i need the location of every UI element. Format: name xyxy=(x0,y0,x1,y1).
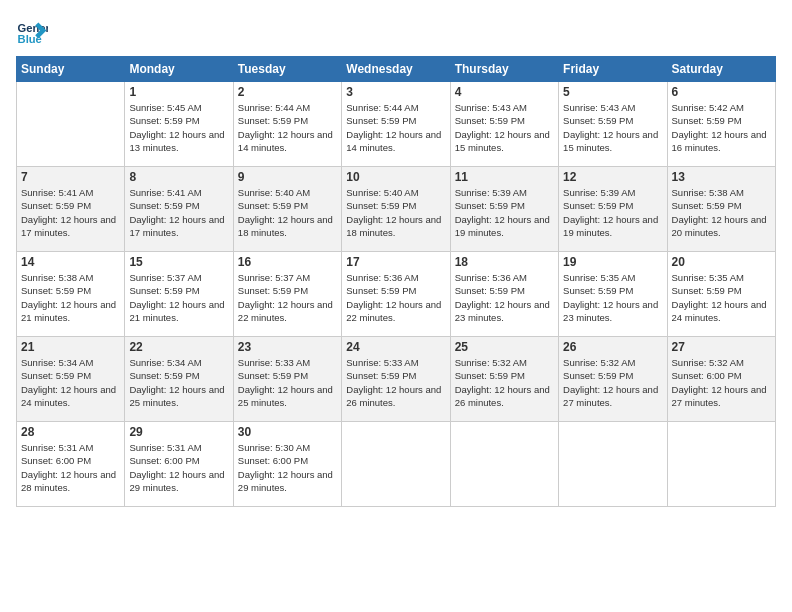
day-info: Sunrise: 5:39 AM Sunset: 5:59 PM Dayligh… xyxy=(455,186,554,239)
day-info: Sunrise: 5:44 AM Sunset: 5:59 PM Dayligh… xyxy=(346,101,445,154)
calendar-cell xyxy=(667,422,775,507)
calendar-cell: 9Sunrise: 5:40 AM Sunset: 5:59 PM Daylig… xyxy=(233,167,341,252)
calendar-cell xyxy=(559,422,667,507)
day-info: Sunrise: 5:33 AM Sunset: 5:59 PM Dayligh… xyxy=(346,356,445,409)
day-info: Sunrise: 5:35 AM Sunset: 5:59 PM Dayligh… xyxy=(563,271,662,324)
header-day-thursday: Thursday xyxy=(450,57,558,82)
day-info: Sunrise: 5:37 AM Sunset: 5:59 PM Dayligh… xyxy=(238,271,337,324)
calendar-cell: 3Sunrise: 5:44 AM Sunset: 5:59 PM Daylig… xyxy=(342,82,450,167)
header-day-monday: Monday xyxy=(125,57,233,82)
calendar-cell: 24Sunrise: 5:33 AM Sunset: 5:59 PM Dayli… xyxy=(342,337,450,422)
calendar-cell xyxy=(450,422,558,507)
calendar-cell: 17Sunrise: 5:36 AM Sunset: 5:59 PM Dayli… xyxy=(342,252,450,337)
day-number: 16 xyxy=(238,255,337,269)
day-number: 19 xyxy=(563,255,662,269)
day-info: Sunrise: 5:44 AM Sunset: 5:59 PM Dayligh… xyxy=(238,101,337,154)
day-number: 6 xyxy=(672,85,771,99)
day-info: Sunrise: 5:30 AM Sunset: 6:00 PM Dayligh… xyxy=(238,441,337,494)
day-number: 22 xyxy=(129,340,228,354)
day-number: 10 xyxy=(346,170,445,184)
day-number: 14 xyxy=(21,255,120,269)
logo-icon: General Blue xyxy=(16,16,48,48)
day-number: 3 xyxy=(346,85,445,99)
day-number: 9 xyxy=(238,170,337,184)
calendar-table: SundayMondayTuesdayWednesdayThursdayFrid… xyxy=(16,56,776,507)
calendar-cell: 5Sunrise: 5:43 AM Sunset: 5:59 PM Daylig… xyxy=(559,82,667,167)
day-info: Sunrise: 5:34 AM Sunset: 5:59 PM Dayligh… xyxy=(129,356,228,409)
day-info: Sunrise: 5:41 AM Sunset: 5:59 PM Dayligh… xyxy=(21,186,120,239)
day-number: 26 xyxy=(563,340,662,354)
calendar-cell: 7Sunrise: 5:41 AM Sunset: 5:59 PM Daylig… xyxy=(17,167,125,252)
day-info: Sunrise: 5:38 AM Sunset: 5:59 PM Dayligh… xyxy=(21,271,120,324)
calendar-cell: 25Sunrise: 5:32 AM Sunset: 5:59 PM Dayli… xyxy=(450,337,558,422)
day-number: 29 xyxy=(129,425,228,439)
week-row-5: 28Sunrise: 5:31 AM Sunset: 6:00 PM Dayli… xyxy=(17,422,776,507)
day-number: 17 xyxy=(346,255,445,269)
calendar-cell: 30Sunrise: 5:30 AM Sunset: 6:00 PM Dayli… xyxy=(233,422,341,507)
day-info: Sunrise: 5:32 AM Sunset: 6:00 PM Dayligh… xyxy=(672,356,771,409)
day-info: Sunrise: 5:40 AM Sunset: 5:59 PM Dayligh… xyxy=(238,186,337,239)
calendar-cell: 23Sunrise: 5:33 AM Sunset: 5:59 PM Dayli… xyxy=(233,337,341,422)
day-info: Sunrise: 5:36 AM Sunset: 5:59 PM Dayligh… xyxy=(346,271,445,324)
week-row-3: 14Sunrise: 5:38 AM Sunset: 5:59 PM Dayli… xyxy=(17,252,776,337)
calendar-cell: 13Sunrise: 5:38 AM Sunset: 5:59 PM Dayli… xyxy=(667,167,775,252)
day-info: Sunrise: 5:40 AM Sunset: 5:59 PM Dayligh… xyxy=(346,186,445,239)
day-number: 18 xyxy=(455,255,554,269)
day-number: 2 xyxy=(238,85,337,99)
calendar-cell xyxy=(342,422,450,507)
header-day-tuesday: Tuesday xyxy=(233,57,341,82)
header-day-wednesday: Wednesday xyxy=(342,57,450,82)
calendar-cell: 1Sunrise: 5:45 AM Sunset: 5:59 PM Daylig… xyxy=(125,82,233,167)
calendar-cell: 20Sunrise: 5:35 AM Sunset: 5:59 PM Dayli… xyxy=(667,252,775,337)
calendar-cell: 29Sunrise: 5:31 AM Sunset: 6:00 PM Dayli… xyxy=(125,422,233,507)
day-info: Sunrise: 5:43 AM Sunset: 5:59 PM Dayligh… xyxy=(455,101,554,154)
calendar-cell: 28Sunrise: 5:31 AM Sunset: 6:00 PM Dayli… xyxy=(17,422,125,507)
day-info: Sunrise: 5:37 AM Sunset: 5:59 PM Dayligh… xyxy=(129,271,228,324)
calendar-header-row: SundayMondayTuesdayWednesdayThursdayFrid… xyxy=(17,57,776,82)
calendar-cell: 10Sunrise: 5:40 AM Sunset: 5:59 PM Dayli… xyxy=(342,167,450,252)
calendar-cell: 16Sunrise: 5:37 AM Sunset: 5:59 PM Dayli… xyxy=(233,252,341,337)
day-number: 1 xyxy=(129,85,228,99)
day-info: Sunrise: 5:41 AM Sunset: 5:59 PM Dayligh… xyxy=(129,186,228,239)
day-number: 28 xyxy=(21,425,120,439)
calendar-cell: 27Sunrise: 5:32 AM Sunset: 6:00 PM Dayli… xyxy=(667,337,775,422)
day-info: Sunrise: 5:31 AM Sunset: 6:00 PM Dayligh… xyxy=(129,441,228,494)
calendar-cell: 8Sunrise: 5:41 AM Sunset: 5:59 PM Daylig… xyxy=(125,167,233,252)
day-number: 23 xyxy=(238,340,337,354)
calendar-cell: 4Sunrise: 5:43 AM Sunset: 5:59 PM Daylig… xyxy=(450,82,558,167)
header-day-sunday: Sunday xyxy=(17,57,125,82)
day-number: 5 xyxy=(563,85,662,99)
header-day-friday: Friday xyxy=(559,57,667,82)
logo: General Blue xyxy=(16,16,48,48)
day-info: Sunrise: 5:34 AM Sunset: 5:59 PM Dayligh… xyxy=(21,356,120,409)
calendar-cell: 12Sunrise: 5:39 AM Sunset: 5:59 PM Dayli… xyxy=(559,167,667,252)
day-number: 30 xyxy=(238,425,337,439)
day-number: 8 xyxy=(129,170,228,184)
header-day-saturday: Saturday xyxy=(667,57,775,82)
day-number: 24 xyxy=(346,340,445,354)
day-info: Sunrise: 5:42 AM Sunset: 5:59 PM Dayligh… xyxy=(672,101,771,154)
calendar-cell xyxy=(17,82,125,167)
week-row-4: 21Sunrise: 5:34 AM Sunset: 5:59 PM Dayli… xyxy=(17,337,776,422)
day-number: 4 xyxy=(455,85,554,99)
calendar-cell: 14Sunrise: 5:38 AM Sunset: 5:59 PM Dayli… xyxy=(17,252,125,337)
week-row-2: 7Sunrise: 5:41 AM Sunset: 5:59 PM Daylig… xyxy=(17,167,776,252)
day-info: Sunrise: 5:31 AM Sunset: 6:00 PM Dayligh… xyxy=(21,441,120,494)
day-info: Sunrise: 5:45 AM Sunset: 5:59 PM Dayligh… xyxy=(129,101,228,154)
day-info: Sunrise: 5:36 AM Sunset: 5:59 PM Dayligh… xyxy=(455,271,554,324)
calendar-cell: 26Sunrise: 5:32 AM Sunset: 5:59 PM Dayli… xyxy=(559,337,667,422)
day-info: Sunrise: 5:32 AM Sunset: 5:59 PM Dayligh… xyxy=(563,356,662,409)
calendar-cell: 2Sunrise: 5:44 AM Sunset: 5:59 PM Daylig… xyxy=(233,82,341,167)
day-info: Sunrise: 5:39 AM Sunset: 5:59 PM Dayligh… xyxy=(563,186,662,239)
day-info: Sunrise: 5:33 AM Sunset: 5:59 PM Dayligh… xyxy=(238,356,337,409)
day-number: 7 xyxy=(21,170,120,184)
calendar-cell: 11Sunrise: 5:39 AM Sunset: 5:59 PM Dayli… xyxy=(450,167,558,252)
day-number: 13 xyxy=(672,170,771,184)
day-number: 20 xyxy=(672,255,771,269)
day-number: 12 xyxy=(563,170,662,184)
day-info: Sunrise: 5:38 AM Sunset: 5:59 PM Dayligh… xyxy=(672,186,771,239)
calendar-cell: 22Sunrise: 5:34 AM Sunset: 5:59 PM Dayli… xyxy=(125,337,233,422)
day-info: Sunrise: 5:35 AM Sunset: 5:59 PM Dayligh… xyxy=(672,271,771,324)
calendar-cell: 21Sunrise: 5:34 AM Sunset: 5:59 PM Dayli… xyxy=(17,337,125,422)
week-row-1: 1Sunrise: 5:45 AM Sunset: 5:59 PM Daylig… xyxy=(17,82,776,167)
